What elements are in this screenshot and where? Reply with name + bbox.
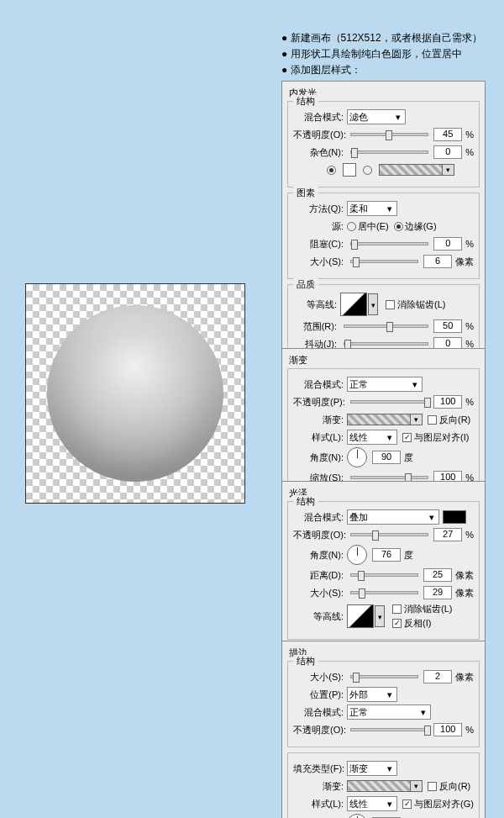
chevron-down-icon: ▾ xyxy=(427,512,437,523)
blend-mode-dropdown[interactable]: 滤色▾ xyxy=(347,109,406,124)
opacity-input[interactable]: 45 xyxy=(433,128,462,141)
instruction-3: 添加图层样式： xyxy=(281,62,491,78)
go-gradient-picker[interactable]: ▾ xyxy=(347,414,423,425)
go-scale-slider[interactable] xyxy=(350,476,428,479)
st-style-dropdown[interactable]: 线性▾ xyxy=(347,796,397,811)
sa-size-slider[interactable] xyxy=(350,591,418,594)
sa-opacity-slider[interactable] xyxy=(350,533,428,536)
sa-distance-slider[interactable] xyxy=(350,573,418,577)
st-gradient-label: 渐变: xyxy=(293,780,344,793)
st-opacity-input[interactable]: 100 xyxy=(433,723,462,736)
sa-color-swatch[interactable] xyxy=(443,510,466,524)
st-opacity-unit: % xyxy=(465,725,474,735)
quality-label: 品质 xyxy=(293,278,318,291)
st-gradient-picker[interactable]: ▾ xyxy=(347,780,423,792)
elements-group: 图素 方法(Q): 柔和▾ 源: 居中(E) 边缘(G) 阻塞(C): 0 % … xyxy=(287,193,480,279)
contour-picker[interactable]: ▾ xyxy=(340,293,367,316)
sa-angle-unit: 度 xyxy=(404,549,413,562)
go-gradient-label: 渐变: xyxy=(293,414,344,426)
size-label: 大小(S): xyxy=(293,256,344,268)
gradient-radio[interactable] xyxy=(363,166,374,175)
choke-input[interactable]: 0 xyxy=(433,237,462,251)
st-filltype-dropdown[interactable]: 渐变▾ xyxy=(347,761,397,776)
go-style-dropdown[interactable]: 线性▾ xyxy=(347,430,397,445)
sa-distance-unit: 像素 xyxy=(455,569,474,582)
st-size-input[interactable]: 2 xyxy=(423,670,452,683)
st-reverse-checkbox[interactable]: 反向(R) xyxy=(428,780,470,793)
sa-size-input[interactable]: 29 xyxy=(423,586,452,599)
range-unit: % xyxy=(465,321,474,331)
sa-blend-dropdown[interactable]: 叠加▾ xyxy=(347,509,439,525)
chevron-down-icon: ▾ xyxy=(385,763,395,774)
range-label: 范围(R): xyxy=(293,320,337,333)
sa-invert-checkbox[interactable]: 反相(I) xyxy=(392,617,452,630)
go-align-checkbox[interactable]: 与图层对齐(I) xyxy=(402,431,469,444)
sa-size-label: 大小(S): xyxy=(293,587,344,599)
sa-angle-input[interactable]: 76 xyxy=(372,548,401,562)
range-input[interactable]: 50 xyxy=(433,319,462,333)
source-center-radio[interactable]: 居中(E) xyxy=(347,220,389,233)
stroke-fill-group: 填充类型(F): 渐变▾ 渐变: ▾ 反向(R) 样式(L): 线性▾ 与图层对… xyxy=(287,752,480,818)
chevron-down-icon: ▾ xyxy=(385,432,395,443)
st-filltype-label: 填充类型(F): xyxy=(293,763,344,775)
jitter-slider[interactable] xyxy=(344,342,428,346)
go-style-label: 样式(L): xyxy=(293,431,344,444)
opacity-unit: % xyxy=(465,129,474,140)
sa-angle-label: 角度(N): xyxy=(293,549,344,562)
chevron-down-icon: ▾ xyxy=(385,203,395,214)
st-position-dropdown[interactable]: 外部▾ xyxy=(347,687,397,702)
sa-contour-label: 等高线: xyxy=(293,610,344,623)
go-blend-dropdown[interactable]: 正常▾ xyxy=(347,377,423,392)
go-opacity-slider[interactable] xyxy=(350,400,428,404)
choke-label: 阻塞(C): xyxy=(293,238,344,251)
sa-opacity-unit: % xyxy=(465,530,474,540)
opacity-label: 不透明度(O): xyxy=(293,129,344,141)
opacity-slider[interactable] xyxy=(350,133,428,136)
sa-opacity-input[interactable]: 27 xyxy=(433,528,462,541)
go-opacity-input[interactable]: 100 xyxy=(433,395,462,409)
st-blend-dropdown[interactable]: 正常▾ xyxy=(347,705,431,720)
source-edge-radio[interactable]: 边缘(G) xyxy=(394,220,437,233)
size-unit: 像素 xyxy=(455,256,474,268)
method-label: 方法(Q): xyxy=(293,203,344,215)
color-swatch[interactable] xyxy=(343,163,356,177)
go-opacity-label: 不透明度(P): xyxy=(293,396,344,409)
antialias-checkbox[interactable]: 消除锯齿(L) xyxy=(386,298,445,311)
st-size-label: 大小(S): xyxy=(293,671,344,683)
st-position-label: 位置(P): xyxy=(293,689,344,701)
noise-slider[interactable] xyxy=(350,150,428,154)
method-dropdown[interactable]: 柔和▾ xyxy=(347,201,397,216)
go-angle-unit: 度 xyxy=(404,451,413,464)
st-style-label: 样式(L): xyxy=(293,798,344,810)
sa-antialias-checkbox[interactable]: 消除锯齿(L) xyxy=(392,603,452,615)
go-reverse-checkbox[interactable]: 反向(R) xyxy=(428,414,470,426)
noise-input[interactable]: 0 xyxy=(433,145,462,159)
st-angle-dial[interactable] xyxy=(347,814,367,818)
size-slider[interactable] xyxy=(350,260,418,263)
st-align-checkbox[interactable]: 与图层对齐(G) xyxy=(402,798,474,810)
st-size-slider[interactable] xyxy=(350,675,418,678)
chevron-down-icon: ▾ xyxy=(385,689,395,700)
gradient-picker[interactable]: ▾ xyxy=(379,164,454,176)
st-opacity-slider[interactable] xyxy=(350,728,428,731)
chevron-down-icon: ▾ xyxy=(385,799,395,810)
stroke-structure-group: 结构 大小(S): 2 像素 位置(P): 外部▾ 混合模式: 正常▾ 不透明度… xyxy=(287,661,480,747)
sa-distance-input[interactable]: 25 xyxy=(423,568,452,582)
elements-label: 图素 xyxy=(293,187,318,199)
size-input[interactable]: 6 xyxy=(423,255,452,268)
structure-label: 结构 xyxy=(293,95,318,108)
sa-angle-dial[interactable] xyxy=(347,545,367,565)
sa-opacity-label: 不透明度(O): xyxy=(293,529,344,541)
sa-contour-picker[interactable]: ▾ xyxy=(347,604,374,628)
sa-distance-label: 距离(D): xyxy=(293,569,344,582)
noise-label: 杂色(N): xyxy=(293,146,344,159)
sa-blend-label: 混合模式: xyxy=(293,511,344,524)
range-slider[interactable] xyxy=(344,325,428,328)
angle-dial[interactable] xyxy=(347,447,367,467)
choke-slider[interactable] xyxy=(350,242,428,245)
chevron-down-icon: ▾ xyxy=(410,379,420,390)
instruction-2: 用形状工具绘制纯白色圆形，位置居中 xyxy=(281,46,491,62)
go-angle-input[interactable]: 90 xyxy=(372,451,401,464)
st-blend-label: 混合模式: xyxy=(293,706,344,719)
color-radio[interactable] xyxy=(327,166,338,175)
